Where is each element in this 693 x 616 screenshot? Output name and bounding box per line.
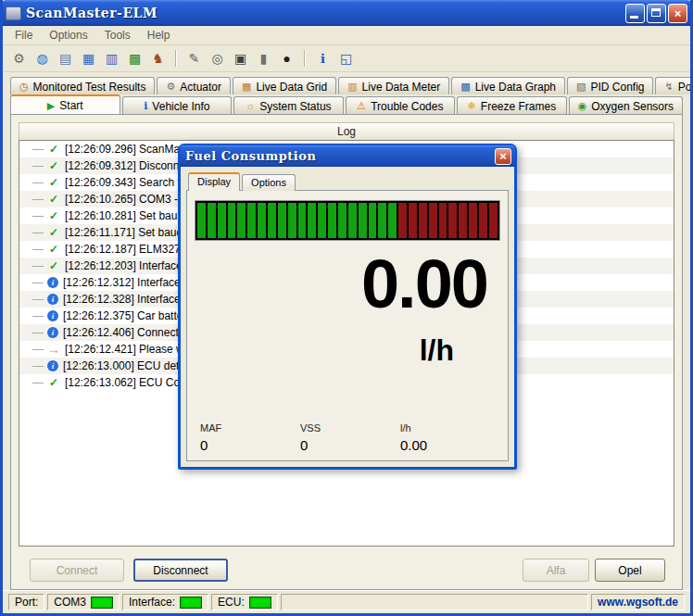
- search-icon: ◎: [211, 52, 222, 65]
- tab-actuator[interactable]: ⚙Actuator: [157, 77, 231, 94]
- dialog-client: DisplayOptions 0.00 l/h MAF0VSS0l/h0.00: [181, 167, 514, 467]
- dialog-close-button[interactable]: ×: [495, 148, 511, 165]
- app-icon: [6, 6, 21, 20]
- connect-icon: ⚙: [13, 52, 25, 65]
- tree-line: [32, 266, 44, 267]
- gauge-icon: ◷: [19, 82, 29, 92]
- graph-icon: ▩: [460, 82, 470, 92]
- tab-label: Live Data Meter: [362, 81, 441, 94]
- toolbar-camera-icon[interactable]: ▣: [230, 48, 251, 69]
- data-grid-icon: ▦: [82, 52, 94, 65]
- gauge-segment-green: [359, 203, 367, 238]
- tree-line: [32, 216, 44, 217]
- fuel-unit: l/h: [195, 333, 500, 368]
- battery-icon: ▮: [260, 52, 268, 65]
- stat-vss: VSS0: [300, 422, 400, 453]
- stat-label: VSS: [300, 422, 400, 434]
- gauge-segment-green: [237, 203, 246, 238]
- gear-icon: ⚙: [166, 82, 175, 92]
- toolbar-disc-icon[interactable]: ●: [276, 48, 297, 69]
- dialog-tab-options[interactable]: Options: [242, 174, 296, 191]
- toolbar-separator: [175, 50, 177, 67]
- gauge-segment-green: [308, 203, 316, 238]
- toolbar-actuator-icon[interactable]: ♞: [147, 48, 169, 69]
- tab-live-data-meter[interactable]: ▥Live Data Meter: [338, 77, 449, 94]
- toolbar: ⚙◍▤▦▥▩♞✎◎▣▮●ℹ◱: [3, 45, 690, 72]
- tab-label: Live Data Grid: [256, 81, 327, 94]
- ecu-cell: ECU:: [211, 594, 278, 610]
- port-value: COM3: [54, 596, 86, 609]
- tab-live-data-grid[interactable]: ▦Live Data Grid: [233, 77, 336, 94]
- tab-monitored-test-results[interactable]: ◷Monitored Test Results: [10, 77, 155, 94]
- monitor-icon: ◱: [340, 52, 352, 65]
- dialog-titlebar[interactable]: Fuel Consumption ×: [180, 145, 515, 167]
- tab-label: Freeze Frames: [481, 100, 556, 113]
- gauge-segment-green: [268, 203, 276, 238]
- maximize-button[interactable]: [647, 4, 666, 23]
- tree-line: [32, 233, 44, 233]
- toolbar-info-icon[interactable]: ℹ: [312, 48, 334, 69]
- tab-system-status[interactable]: ☼System Status: [233, 96, 344, 114]
- toolbar-data-meter-icon[interactable]: ▥: [101, 48, 122, 69]
- dialog-title: Fuel Consumption: [185, 149, 495, 163]
- tab-trouble-codes[interactable]: ⚠Trouble Codes: [346, 96, 456, 114]
- toolbar-monitor-icon[interactable]: ◱: [335, 48, 357, 69]
- log-text: [12:26:12.312] Interface: [63, 276, 181, 289]
- log-text: [12:26:13.000] ECU detec: [63, 359, 191, 372]
- tab-label: System Status: [259, 100, 331, 113]
- tab-pid-config[interactable]: ▧PID Config: [567, 77, 653, 94]
- statusbar: Port: COM3 Interface: ECU: www.wgsoft.de: [3, 590, 690, 613]
- tab-freeze-frames[interactable]: ❄Freeze Frames: [457, 96, 567, 114]
- disconnect-button[interactable]: Disconnect: [133, 559, 228, 582]
- stat-value: 0.00: [400, 437, 500, 453]
- fuel-gauge: [195, 200, 500, 241]
- log-text: [12:26:12.203] Interface: [65, 259, 183, 272]
- log-text: [12:26:12.187] ELM327 v: [65, 243, 189, 256]
- tab-power[interactable]: ↯Power: [655, 77, 693, 94]
- menu-file[interactable]: File: [6, 27, 41, 44]
- fuel-consumption-dialog: Fuel Consumption × DisplayOptions 0.00 l…: [178, 144, 517, 470]
- toolbar-search-icon[interactable]: ◎: [207, 48, 228, 69]
- toolbar-notes-icon[interactable]: ✎: [183, 48, 205, 69]
- tab-start[interactable]: ▶Start: [10, 94, 120, 114]
- toolbar-connect-icon[interactable]: ⚙: [8, 48, 30, 69]
- toolbar-data-graph-icon[interactable]: ▩: [124, 48, 145, 69]
- log-text: [12:26:10.265] COM3 - C: [65, 193, 189, 206]
- dialog-tab-display[interactable]: Display: [188, 172, 240, 191]
- tree-line: [32, 383, 44, 383]
- website-link[interactable]: www.wgsoft.de: [598, 596, 678, 609]
- minimize-button[interactable]: [625, 4, 645, 23]
- interface-cell: Interface:: [122, 594, 208, 610]
- gauge-segment-green: [338, 203, 346, 238]
- toolbar-globe-icon[interactable]: ◍: [32, 48, 53, 69]
- gauge-segment-green: [208, 203, 216, 238]
- actuator-icon: ♞: [152, 52, 164, 65]
- gauge-segment-red: [419, 203, 427, 238]
- interface-label: Interface:: [129, 596, 175, 609]
- gauge-segment-green: [288, 203, 296, 238]
- toolbar-data-grid-icon[interactable]: ▦: [78, 48, 99, 69]
- toolbar-report-icon[interactable]: ▤: [55, 48, 76, 69]
- tab-label: Start: [59, 99, 82, 112]
- menu-help[interactable]: Help: [139, 27, 179, 44]
- info-icon: ℹ: [321, 52, 325, 65]
- tab-oxygen-sensors[interactable]: ◉Oxygen Sensors: [569, 96, 683, 114]
- tab-label: PID Config: [590, 81, 644, 94]
- toolbar-battery-icon[interactable]: ▮: [253, 48, 274, 69]
- menu-tools[interactable]: Tools: [96, 27, 139, 44]
- menu-options[interactable]: Options: [41, 27, 95, 44]
- gauge-segment-red: [429, 203, 437, 238]
- close-button[interactable]: ×: [668, 4, 687, 23]
- opel-button[interactable]: Opel: [595, 559, 665, 582]
- gauge-segment-red: [398, 203, 407, 238]
- freeze-icon: ❄: [468, 101, 476, 111]
- tab-vehicle-info[interactable]: ℹVehicle Info: [122, 96, 233, 114]
- fuel-value: 0.00: [195, 250, 500, 319]
- titlebar[interactable]: ScanMaster-ELM ×: [0, 0, 693, 26]
- data-graph-icon: ▩: [129, 52, 141, 65]
- log-check-icon: ✓: [47, 260, 60, 271]
- gauge-segment-green: [318, 203, 326, 238]
- report-icon: ▤: [59, 52, 71, 65]
- app-window: ScanMaster-ELM × FileOptionsToolsHelp ⚙◍…: [0, 0, 693, 616]
- tab-live-data-graph[interactable]: ▩Live Data Graph: [451, 77, 565, 94]
